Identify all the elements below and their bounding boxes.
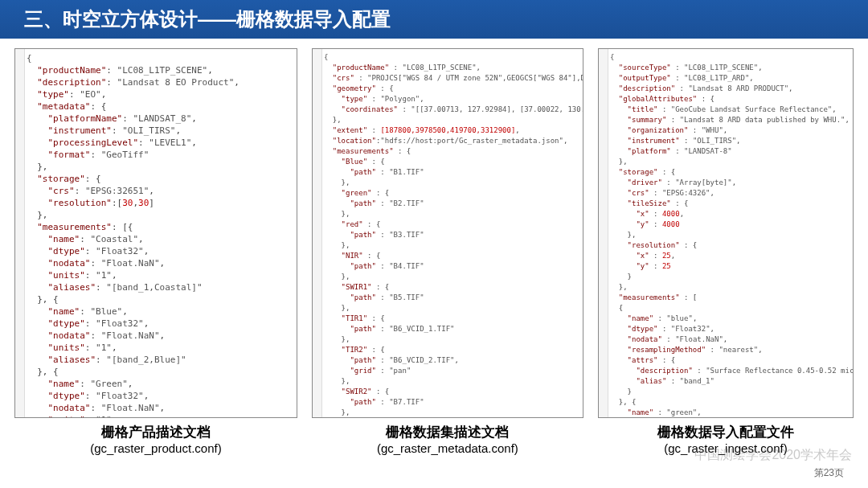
json-code-right: { "sourceType" : "LC08_L1TP_SCENE", "out… (599, 49, 853, 418)
code-panel-right: { "sourceType" : "LC08_L1TP_SCENE", "out… (598, 48, 854, 418)
json-code-middle: { "productName" : "LC08_L1TP_SCENE", "cr… (313, 49, 583, 418)
caption-left-title: 栅格产品描述文档 (14, 423, 297, 441)
caption-middle-sub: (gc_raster_metadata.conf) (312, 441, 583, 455)
code-panel-middle: { "productName" : "LC08_L1TP_SCENE", "cr… (312, 48, 583, 418)
caption-left-sub: (gc_raster_product.conf) (14, 441, 297, 455)
json-code-left: { "productName": "LC08_L1TP_SCENE", "des… (15, 49, 297, 418)
slide-header: 三、时空立方体设计——栅格数据导入配置 (0, 0, 868, 39)
caption-left: 栅格产品描述文档 (gc_raster_product.conf) (14, 423, 297, 455)
code-panel-left: { "productName": "LC08_L1TP_SCENE", "des… (14, 48, 297, 418)
page-number: 第23页 (814, 466, 844, 480)
watermark-text: 中国测绘学会2020学术年会 (694, 447, 852, 464)
caption-right-title: 栅格数据导入配置文件 (598, 423, 854, 441)
slide-title: 三、时空立方体设计——栅格数据导入配置 (24, 8, 391, 30)
content-row: { "productName": "LC08_L1TP_SCENE", "des… (0, 39, 868, 418)
caption-middle-title: 栅格数据集描述文档 (312, 423, 583, 441)
caption-middle: 栅格数据集描述文档 (gc_raster_metadata.conf) (312, 423, 583, 455)
